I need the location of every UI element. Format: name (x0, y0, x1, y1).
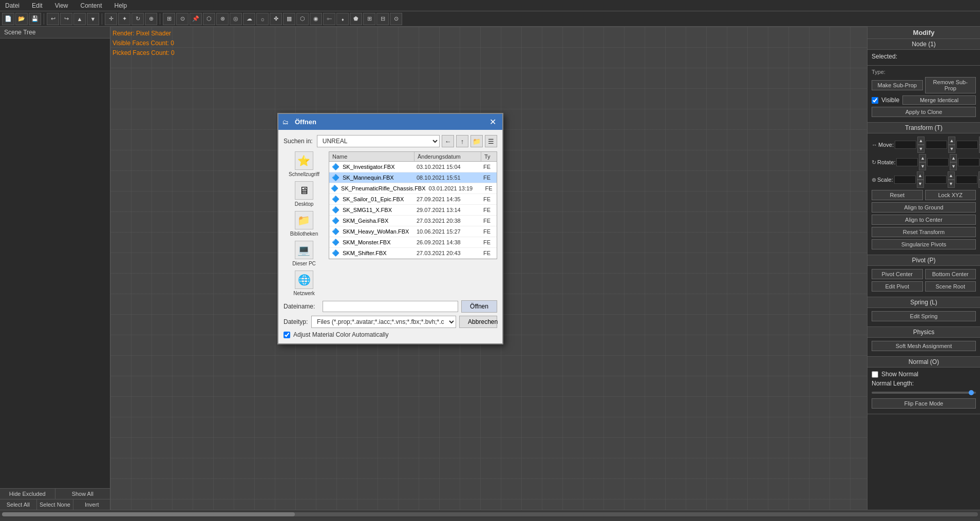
nav-bibliotheken[interactable]: 📁 Bibliotheken (290, 211, 318, 237)
cancel-btn[interactable]: Abbrechen (459, 316, 497, 328)
rotate-y-up[interactable]: ▲ (950, 154, 957, 162)
rotate-x-down[interactable]: ▼ (919, 162, 926, 170)
toolbar-btn-more14[interactable]: ⊟ (376, 13, 389, 25)
toolbar-btn-select[interactable]: ✛ (105, 13, 117, 25)
show-all-btn[interactable]: Show All (55, 489, 110, 499)
nav-dieser-pc[interactable]: 💻 Dieser PC (292, 241, 316, 266)
toolbar-btn-more12[interactable]: ⬟ (350, 13, 362, 25)
toolbar-btn-scale[interactable]: ⊕ (145, 13, 157, 25)
file-row[interactable]: 🔷 SM_BilliardCue.FBX 17.02.2021 16:57 FE (329, 259, 497, 259)
move-x-input[interactable]: 0.0 (895, 141, 916, 149)
move-z-input[interactable]: 0.0 (956, 141, 978, 149)
lock-xyz-btn[interactable]: Lock XYZ (925, 190, 976, 200)
menu-datei[interactable]: Datei (2, 1, 23, 10)
align-to-center-btn[interactable]: Align to Center (872, 215, 976, 225)
edit-spring-btn[interactable]: Edit Spring (872, 311, 976, 321)
toolbar-btn-rotate[interactable]: ↻ (131, 13, 144, 25)
scale-x-input[interactable]: 100.0 (894, 176, 916, 184)
file-row[interactable]: 🔷 SK_Sailor_01_Epic.FBX 27.09.2021 14:35… (329, 194, 497, 205)
file-row[interactable]: 🔷 SK_Investigator.FBX 03.10.2021 15:04 F… (329, 162, 497, 172)
scale-z-up[interactable]: ▲ (978, 171, 980, 180)
toolbar-btn-more9[interactable]: ◉ (310, 13, 322, 25)
col-date-header[interactable]: Änderungsdatum (414, 152, 481, 161)
edit-pivot-btn[interactable]: Edit Pivot (872, 281, 923, 292)
file-row[interactable]: 🔷 SKM_Monster.FBX 26.09.2021 14:38 FE (329, 237, 497, 248)
bottom-center-btn[interactable]: Bottom Center (925, 269, 976, 279)
scale-x-down[interactable]: ▼ (917, 180, 924, 188)
hide-excluded-btn[interactable]: Hide Excluded (0, 489, 55, 499)
scale-y-up[interactable]: ▲ (948, 171, 955, 180)
nav-back-btn[interactable]: ← (442, 135, 454, 147)
nav-desktop[interactable]: 🖥 Desktop (295, 181, 314, 207)
pivot-center-btn[interactable]: Pivot Center (872, 269, 923, 279)
col-name-header[interactable]: Name (329, 152, 414, 161)
merge-identical-btn[interactable]: Merge Identical (902, 95, 976, 105)
rotate-z-input[interactable]: 0.0 (958, 158, 979, 166)
apply-to-clone-btn[interactable]: Apply to Clone (872, 107, 976, 117)
scene-root-btn[interactable]: Scene Root (925, 281, 976, 292)
toolbar-btn-more3[interactable]: ◎ (230, 13, 242, 25)
toolbar-btn-more4[interactable]: ☁ (243, 13, 255, 25)
flip-face-mode-btn[interactable]: Flip Face Mode (872, 398, 976, 409)
scale-z-input[interactable]: 100.0 (956, 176, 977, 184)
bottom-scrollbar[interactable] (0, 510, 980, 518)
open-btn[interactable]: Öffnen (461, 300, 497, 313)
toolbar-btn-up[interactable]: ▲ (73, 13, 86, 25)
toolbar-btn-redo[interactable]: ↪ (60, 13, 72, 25)
toolbar-btn-snap[interactable]: ⊙ (176, 13, 189, 25)
scale-y-down[interactable]: ▼ (948, 180, 955, 188)
remove-sub-prop-btn[interactable]: Remove Sub-Prop (925, 77, 976, 93)
rotate-x-up[interactable]: ▲ (919, 154, 926, 162)
file-row[interactable]: 🔷 SK_Mannequin.FBX 08.10.2021 15:51 FE (329, 172, 497, 183)
toolbar-btn-save[interactable]: 💾 (29, 13, 41, 25)
rotate-x-input[interactable]: 0.0 (896, 158, 918, 166)
toolbar-btn-more8[interactable]: ⬡ (296, 13, 309, 25)
menu-content[interactable]: Content (78, 1, 105, 10)
reset-btn[interactable]: Reset (872, 190, 923, 200)
select-all-btn[interactable]: Select All (0, 499, 37, 510)
toolbar-btn-more5[interactable]: ☼ (256, 13, 269, 25)
view-toggle-btn[interactable]: ☰ (485, 135, 497, 147)
toolbar-btn-grid[interactable]: ⊞ (163, 13, 175, 25)
rotate-y-down[interactable]: ▼ (950, 162, 957, 170)
scroll-thumb[interactable] (2, 512, 295, 516)
scale-x-up[interactable]: ▲ (917, 171, 924, 180)
adjust-material-checkbox[interactable] (284, 332, 290, 338)
col-type-header[interactable]: Ty (481, 152, 497, 161)
toolbar-btn-more13[interactable]: ⊞ (363, 13, 375, 25)
menu-view[interactable]: View (52, 1, 71, 10)
toolbar-btn-pin[interactable]: 📌 (190, 13, 202, 25)
soft-mesh-btn[interactable]: Soft Mesh Assignment (872, 341, 976, 351)
toolbar-btn-more11[interactable]: ⬧ (336, 13, 349, 25)
singularize-pivots-btn[interactable]: Singularize Pivots (872, 239, 976, 249)
menu-edit[interactable]: Edit (29, 1, 46, 10)
move-x-down[interactable]: ▼ (917, 145, 925, 153)
toolbar-btn-more2[interactable]: ⊗ (216, 13, 229, 25)
nav-schnellzugriff[interactable]: ⭐ Schnellzugriff (289, 151, 319, 177)
file-row[interactable]: 🔷 SKM_Geisha.FBX 27.03.2021 20:38 FE (329, 216, 497, 226)
toolbar-btn-move[interactable]: ✦ (118, 13, 130, 25)
new-folder-btn[interactable]: 📁 (470, 135, 483, 147)
toolbar-btn-more10[interactable]: ⟜ (323, 13, 335, 25)
file-row[interactable]: 🔷 SK_PneumaticRifle_Chassis.FBX 03.01.20… (329, 183, 497, 194)
invert-btn[interactable]: Invert (73, 499, 110, 510)
nav-netzwerk[interactable]: 🌐 Netzwerk (293, 271, 315, 296)
file-row[interactable]: 🔷 SKM_Heavy_WoMan.FBX 10.06.2021 15:27 F… (329, 226, 497, 237)
toolbar-btn-more1[interactable]: ⬡ (203, 13, 215, 25)
scene-tree-content[interactable] (0, 38, 110, 488)
toolbar-btn-more6[interactable]: ✤ (270, 13, 282, 25)
file-row[interactable]: 🔷 SK_SMG11_X.FBX 29.07.2021 13:14 FE (329, 205, 497, 216)
move-y-input[interactable]: 0.0 (926, 141, 947, 149)
nav-up-btn[interactable]: ↑ (456, 135, 468, 147)
toolbar-btn-more7[interactable]: ▦ (283, 13, 295, 25)
toolbar-btn-new[interactable]: 📄 (2, 13, 14, 25)
filename-input[interactable] (323, 301, 458, 312)
select-none-btn[interactable]: Select None (37, 499, 74, 510)
move-x-up[interactable]: ▲ (917, 137, 925, 145)
toolbar-btn-open[interactable]: 📂 (15, 13, 28, 25)
menu-help[interactable]: Help (111, 1, 130, 10)
show-normal-checkbox[interactable] (872, 371, 878, 378)
move-y-up[interactable]: ▲ (948, 137, 955, 145)
visible-checkbox[interactable] (872, 97, 878, 104)
file-list-container[interactable]: Name Änderungsdatum Ty 🔷 SK_Investigator… (329, 151, 497, 259)
